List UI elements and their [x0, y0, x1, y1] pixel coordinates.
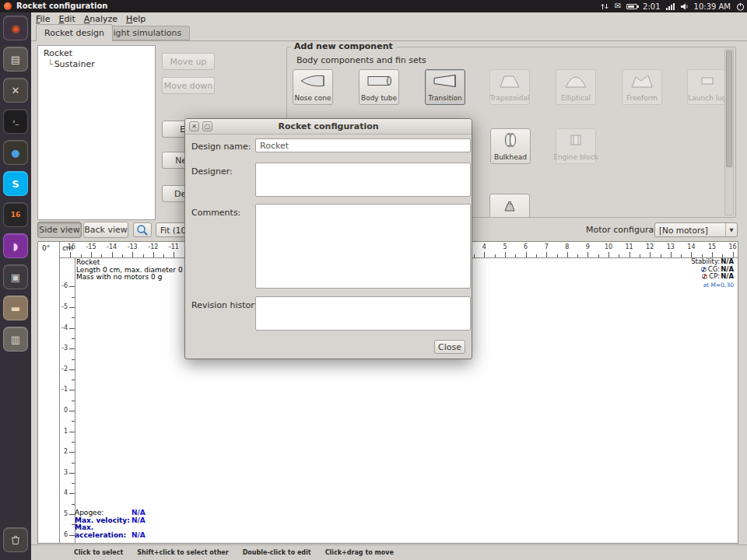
stability-info: Stability:N/A CG:N/A CP:N/A at M=0.30 [691, 258, 734, 289]
screen: Rocket configuration ✉ 2:01 10:39 AM ◉▤✕… [0, 0, 747, 560]
vertical-ruler: -6-5-4-3-2-101234567 [38, 257, 75, 543]
component-panel-scrollbar[interactable] [724, 49, 734, 215]
menu-help[interactable]: Help [126, 14, 146, 24]
close-icon[interactable]: ✕ [189, 121, 199, 131]
tree-branch-icon [47, 59, 54, 69]
close-button[interactable]: Close [434, 340, 465, 354]
terminal-icon[interactable]: ›_ [3, 109, 28, 134]
menu-analyze[interactable]: Analyze [84, 14, 117, 24]
indicator-area: ✉ 2:01 10:39 AM [600, 0, 745, 12]
trash-icon[interactable] [3, 527, 28, 552]
folder-icon[interactable]: ▬ [3, 296, 28, 320]
elliptical-fin-icon [562, 72, 590, 89]
bulkhead-button[interactable]: Bulkhead [490, 128, 531, 164]
menu-edit[interactable]: Edit [58, 14, 75, 24]
tree-item-rocket[interactable]: Rocket [38, 46, 155, 58]
comments-label: Comments: [191, 208, 240, 218]
component-tree[interactable]: Rocket Sustainer [37, 45, 156, 220]
magnifier-icon [136, 224, 149, 236]
revision-history-field[interactable] [255, 296, 471, 331]
dialog-title: Rocket configuration [278, 121, 378, 131]
scrollbar-thumb[interactable] [726, 51, 732, 167]
design-name-field[interactable] [255, 138, 471, 152]
vertical-ruler-line [75, 257, 75, 543]
launch-lug-icon [693, 72, 721, 89]
rocket-summary: Rocket Length 0 cm, max. diameter 0 cm M… [76, 259, 195, 282]
bulkhead-icon [496, 131, 524, 149]
transition-button[interactable]: Transition [425, 69, 465, 105]
engine-block-button[interactable]: Engine block [556, 128, 596, 164]
comments-field[interactable] [255, 204, 471, 289]
body-tube-icon [365, 72, 393, 89]
restore-icon[interactable]: ▢ [202, 121, 212, 131]
side-view-button[interactable]: Side view [37, 222, 82, 238]
rocket-configuration-dialog: ✕ ▢ Rocket configuration Design name: De… [184, 118, 472, 359]
nose-cone-icon [299, 72, 327, 89]
hint-0: Click to select [74, 549, 123, 556]
design-name-label: Design name: [191, 142, 251, 152]
video-icon[interactable]: 16 [3, 202, 28, 227]
signal-icon[interactable] [666, 2, 675, 10]
designer-label: Designer: [191, 166, 233, 177]
add-component-title: Add new component [291, 41, 396, 51]
files-icon[interactable]: ▤ [3, 47, 28, 72]
app-icon [4, 2, 12, 10]
elliptical-fin-button[interactable]: Elliptical [556, 69, 596, 105]
hint-1: Shift+click to select other [137, 549, 228, 556]
skype-icon[interactable]: S [3, 171, 28, 196]
body-components-subtitle: Body components and fin sets [296, 55, 426, 65]
freeform-fin-icon [628, 72, 656, 89]
flight-row-2: Max. acceleration:N/A [75, 524, 146, 539]
volume-icon[interactable] [680, 2, 689, 11]
menu-file[interactable]: File [36, 14, 50, 24]
battery-icon[interactable] [626, 4, 637, 9]
revision-history-label: Revision history: [191, 300, 261, 310]
status-bar: Click to selectShift+click to select oth… [31, 544, 747, 560]
engine-block-icon [562, 131, 590, 149]
media-player-icon[interactable]: ◗ [3, 233, 28, 258]
freeform-fin-button[interactable]: Freeform [622, 69, 662, 105]
tools-icon[interactable]: ✕ [3, 78, 28, 103]
cg-icon [701, 267, 707, 272]
zoom-button[interactable] [133, 222, 152, 237]
dash-icon[interactable]: ◉ [3, 16, 28, 40]
screenshot-icon[interactable]: ▣ [3, 264, 28, 289]
body-tube-button[interactable]: Body tube [359, 69, 399, 105]
browser-icon[interactable]: ● [3, 140, 28, 165]
flight-data-summary: Apogee:N/AMax. velocity:N/AMax. accelera… [75, 509, 146, 539]
launch-lug-button[interactable]: Launch lug [687, 69, 728, 105]
launcher: ◉▤✕›_●S16◗▣▬▥ [0, 12, 31, 560]
motor-configuration-select[interactable]: [No motors] ▼ [654, 222, 738, 237]
trapezoidal-fin-icon [496, 72, 524, 89]
mail-icon[interactable]: ✉ [615, 0, 621, 12]
clock[interactable]: 10:39 AM [694, 2, 731, 11]
menubar: FileEditAnalyzeHelp [36, 12, 146, 25]
archive-icon[interactable]: ▥ [3, 327, 28, 352]
battery-time[interactable]: 2:01 [643, 2, 660, 11]
nose-cone-button[interactable]: Nose cone [293, 69, 333, 105]
transition-icon [431, 72, 459, 89]
tree-item-sustainer[interactable]: Sustainer [38, 58, 155, 69]
network-icon[interactable] [600, 2, 609, 11]
mach-label: at M=0.30 [691, 282, 734, 289]
move-up-button[interactable]: Move up [162, 53, 215, 70]
panel-title: Rocket configuration [16, 0, 107, 12]
designer-field[interactable] [255, 163, 471, 197]
move-down-button[interactable]: Move down [162, 77, 215, 94]
trapezoidal-fin-button[interactable]: Trapezoidal [489, 69, 530, 105]
hint-2: Double-click to edit [243, 549, 311, 556]
hint-3: Click+drag to move [325, 549, 394, 556]
top-panel: Rocket configuration ✉ 2:01 10:39 AM [0, 0, 747, 12]
dialog-titlebar[interactable]: ✕ ▢ Rocket configuration [185, 119, 472, 135]
power-icon[interactable] [736, 2, 745, 11]
tab-rocket-design[interactable]: Rocket design [36, 24, 113, 41]
mass-component-icon [496, 197, 524, 214]
chevron-down-icon: ▼ [725, 223, 737, 236]
mass-component-button[interactable] [489, 194, 530, 218]
back-view-button[interactable]: Back view [83, 222, 128, 238]
cp-icon [702, 274, 707, 279]
